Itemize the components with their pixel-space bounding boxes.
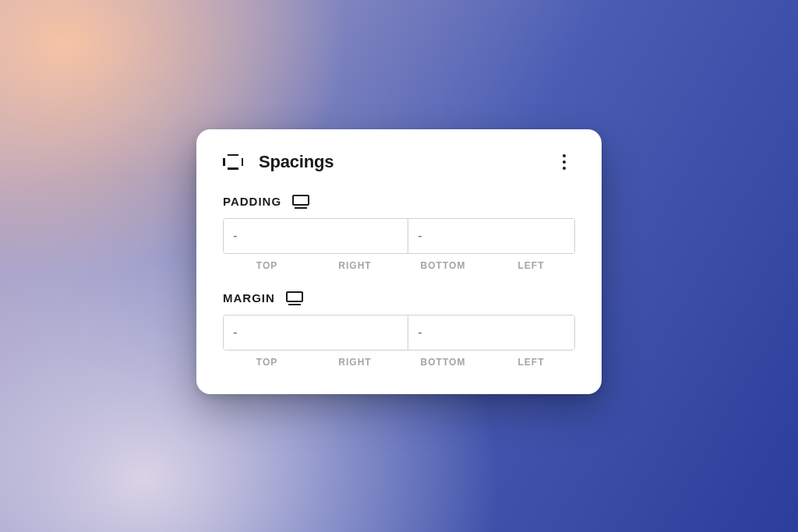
padding-top-label: TOP <box>223 260 311 271</box>
padding-bottom-label: BOTTOM <box>399 260 487 271</box>
padding-sublabels: TOP RIGHT BOTTOM LEFT <box>223 260 575 271</box>
padding-right-label: RIGHT <box>311 260 399 271</box>
panel-title: Spacings <box>259 152 334 172</box>
margin-inputs <box>223 315 575 351</box>
panel-header: Spacings <box>223 151 575 173</box>
margin-sublabels: TOP RIGHT BOTTOM LEFT <box>223 357 575 368</box>
margin-section: MARGIN TOP RIGHT BOTTOM LEFT <box>223 291 575 368</box>
margin-right-input[interactable] <box>408 315 575 350</box>
more-options-button[interactable] <box>553 151 575 173</box>
padding-inputs <box>223 218 575 254</box>
desktop-icon[interactable] <box>286 291 303 305</box>
padding-header: PADDING <box>223 195 575 209</box>
spacings-panel: Spacings PADDING TOP RIGHT BOTTOM LEFT M… <box>196 129 602 394</box>
margin-bottom-label: BOTTOM <box>399 357 487 368</box>
padding-right-input[interactable] <box>408 219 575 253</box>
desktop-icon[interactable] <box>292 195 309 209</box>
margin-top-label: TOP <box>223 357 311 368</box>
margin-header: MARGIN <box>223 291 575 305</box>
padding-left-label: LEFT <box>487 260 575 271</box>
margin-label: MARGIN <box>223 291 275 305</box>
padding-top-input[interactable] <box>224 219 408 253</box>
margin-top-input[interactable] <box>224 315 408 350</box>
spacings-icon <box>223 154 243 170</box>
padding-section: PADDING TOP RIGHT BOTTOM LEFT <box>223 195 575 271</box>
margin-left-label: LEFT <box>487 357 575 368</box>
margin-right-label: RIGHT <box>311 357 399 368</box>
padding-label: PADDING <box>223 195 281 208</box>
